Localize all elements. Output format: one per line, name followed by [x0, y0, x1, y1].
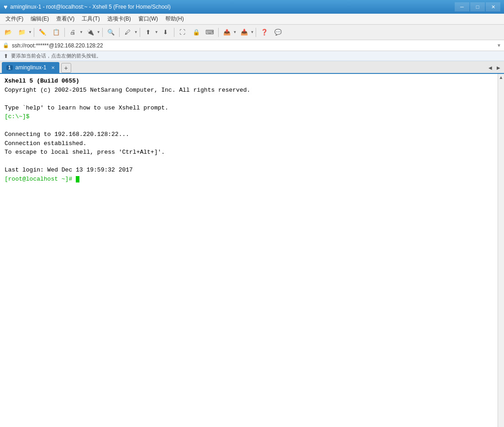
tb-open[interactable]: 📁: [16, 26, 28, 38]
term-line-12: [root@localhost ~]#: [5, 175, 493, 184]
toolbar-sep-4: [119, 28, 120, 37]
menu-help[interactable]: 帮助(H): [162, 14, 188, 24]
menu-bar: 文件(F) 编辑(E) 查看(V) 工具(T) 选项卡(B) 窗口(W) 帮助(…: [0, 14, 504, 25]
tb-open-arrow[interactable]: ▼: [28, 30, 32, 34]
tb-connect-group: 🔌 ▼: [84, 26, 100, 38]
tabs-area: 1 aminglinux-1 ✕ + ◀ ▶: [0, 61, 504, 74]
term-line-2: Copyright (c) 2002-2015 NetSarang Comput…: [5, 86, 493, 95]
window-title: aminglinux-1 - root@localhost:~ - Xshell…: [10, 4, 455, 10]
tab-label: aminglinux-1: [16, 64, 47, 71]
menu-tools[interactable]: 工具(T): [78, 14, 103, 24]
close-button[interactable]: ✕: [486, 2, 500, 11]
toolbar-sep-3: [102, 28, 103, 37]
menu-view[interactable]: 查看(V): [52, 14, 78, 24]
tb-transfer-arrow[interactable]: ▼: [155, 30, 158, 34]
term-line-8: Connection established.: [5, 139, 493, 148]
tb-macro-arrow[interactable]: ▼: [251, 30, 254, 34]
tb-key[interactable]: ⌨: [204, 26, 216, 38]
tb-script-arrow[interactable]: ▼: [233, 30, 237, 34]
tab-nav-next[interactable]: ▶: [495, 64, 502, 71]
minimize-button[interactable]: ─: [455, 2, 469, 11]
toolbar-sep-8: [256, 28, 256, 37]
scroll-up-button[interactable]: ▲: [499, 75, 504, 80]
tb-connect-arrow[interactable]: ▼: [97, 30, 100, 34]
terminal-output[interactable]: Xshell 5 (Build 0655) Copyright (c) 2002…: [0, 74, 498, 427]
menu-window[interactable]: 窗口(W): [135, 14, 162, 24]
tab-nav-prev[interactable]: ◀: [487, 64, 494, 71]
tb-zoom[interactable]: 🔍: [105, 26, 117, 38]
tab-navigation: ◀ ▶: [487, 64, 502, 71]
tb-script-group: 📤 ▼: [220, 26, 237, 38]
term-line-4: Type `help' to learn how to use Xshell p…: [5, 104, 493, 113]
address-text: ssh://root:******@192.168.220.128:22: [12, 42, 494, 49]
tab-close-button[interactable]: ✕: [51, 65, 55, 70]
tb-macro[interactable]: 📥: [238, 26, 251, 38]
toolbar-sep-5: [140, 28, 140, 37]
tb-script[interactable]: 📤: [220, 26, 233, 38]
tb-connect[interactable]: 🔌: [84, 26, 97, 38]
tb-font-arrow[interactable]: ▼: [134, 30, 138, 34]
tb-print[interactable]: 🖨: [67, 26, 79, 38]
address-dropdown-arrow[interactable]: ▼: [497, 43, 501, 48]
address-bar: 🔒 ssh://root:******@192.168.220.128:22 ▼: [0, 40, 504, 51]
tb-copy[interactable]: 📋: [50, 26, 63, 38]
tb-print-arrow[interactable]: ▼: [79, 30, 83, 34]
title-bar: ♥ aminglinux-1 - root@localhost:~ - Xshe…: [0, 0, 504, 14]
tb-transfer-group: ⬆ ▼: [142, 26, 158, 38]
toolbar: 📂 📁 ▼ ✏️ 📋 🖨 ▼ 🔌 ▼ 🔍 🖊 ▼ ⬆ ▼ ⬇ ⛶ 🔒 ⌨ 📤 ▼…: [0, 25, 504, 40]
terminal-scrollbar[interactable]: ▲: [498, 74, 504, 427]
tb-paste[interactable]: ✏️: [36, 26, 49, 38]
term-line-5: [c:\~]$: [5, 112, 493, 121]
app-icon: ♥: [4, 3, 7, 10]
term-line-1: Xshell 5 (Build 0655): [5, 77, 493, 86]
term-line-7: Connecting to 192.168.220.128:22...: [5, 130, 493, 139]
tb-help[interactable]: ❓: [258, 26, 271, 38]
tab-aminglinux-1[interactable]: 1 aminglinux-1 ✕: [2, 62, 59, 73]
tb-lock[interactable]: 🔒: [190, 26, 203, 38]
tb-font-group: 🖊 ▼: [121, 26, 138, 38]
info-text: 要添加当前会话，点击左侧的箭头按钮。: [11, 52, 101, 59]
term-line-10: [5, 157, 493, 166]
toolbar-sep-1: [34, 28, 34, 37]
term-line-3: [5, 94, 493, 104]
menu-edit[interactable]: 编辑(E): [27, 14, 52, 24]
toolbar-sep-2: [64, 28, 65, 37]
term-line-11: Last login: Wed Dec 13 19:59:32 2017: [5, 166, 493, 175]
menu-tabs[interactable]: 选项卡(B): [104, 14, 135, 24]
tab-number: 1: [6, 65, 13, 70]
tb-chat[interactable]: 💬: [272, 26, 284, 38]
menu-file[interactable]: 文件(F): [2, 14, 27, 24]
window-controls: ─ □ ✕: [455, 2, 500, 11]
tb-macro-group: 📥 ▼: [238, 26, 254, 38]
tb-open-group: 📁 ▼: [16, 26, 32, 38]
main-content: Xshell 5 (Build 0655) Copyright (c) 2002…: [0, 74, 504, 427]
info-arrow-icon: ⬆: [4, 53, 8, 59]
maximize-button[interactable]: □: [470, 2, 485, 11]
tb-font[interactable]: 🖊: [121, 26, 134, 38]
tb-new-session[interactable]: 📂: [2, 26, 15, 38]
tb-print-group: 🖨 ▼: [67, 26, 83, 38]
terminal-container: Xshell 5 (Build 0655) Copyright (c) 2002…: [0, 74, 504, 427]
toolbar-sep-7: [218, 28, 219, 37]
tb-download[interactable]: ⬇: [159, 26, 172, 38]
lock-icon: 🔒: [3, 42, 9, 48]
tb-fullscreen[interactable]: ⛶: [176, 26, 189, 38]
toolbar-sep-6: [174, 28, 174, 37]
tab-add-button[interactable]: +: [61, 63, 71, 73]
tb-transfer[interactable]: ⬆: [142, 26, 155, 38]
term-line-6: [5, 121, 493, 130]
terminal-cursor: [76, 176, 79, 182]
term-line-9: To escape to local shell, press 'Ctrl+Al…: [5, 148, 493, 157]
info-bar: ⬆ 要添加当前会话，点击左侧的箭头按钮。: [0, 51, 504, 61]
